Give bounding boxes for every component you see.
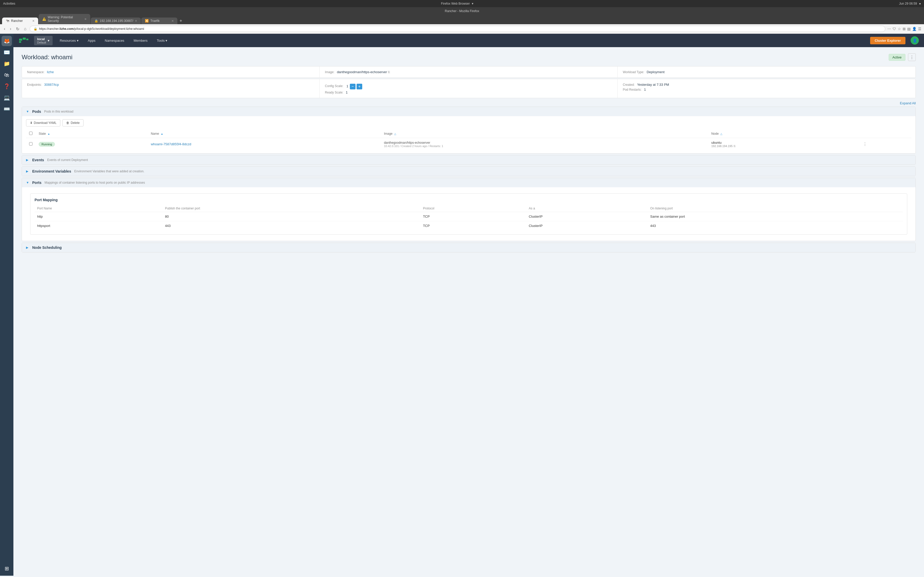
tab-favicon-rancher: 🐄 (6, 19, 10, 23)
events-section: ▶ Events Events of current Deployment (22, 155, 916, 165)
listening-port-header: On listening port (648, 205, 903, 212)
profile-icon[interactable]: 👤 (912, 27, 916, 31)
sidebar-icon-mail[interactable]: ✉️ (2, 47, 12, 58)
events-toggle-icon: ▶ (26, 158, 30, 162)
sidebar-icon-help[interactable]: ❓ (2, 81, 12, 92)
star-icon[interactable]: ☆ (898, 27, 901, 31)
nav-link-namespaces[interactable]: Namespaces (103, 38, 126, 44)
address-bar[interactable]: 🔒 https://rancher.lizhe.com/p/local:p-dg… (30, 26, 885, 32)
nav-link-members[interactable]: Members (131, 38, 150, 44)
tab-rancher[interactable]: 🐄 Rancher ✕ (2, 18, 38, 24)
node-scheduling-section: ▶ Node Scheduling (22, 243, 916, 253)
node-scheduling-title: Node Scheduling (32, 245, 61, 250)
more-actions-button[interactable]: ⋮ (908, 53, 916, 61)
pod-row-action-button[interactable]: ⋮ (863, 142, 867, 147)
ports-subtitle: Mappings of container listening ports to… (45, 181, 145, 184)
cluster-explorer-button[interactable]: Cluster Explorer (870, 37, 905, 44)
pod-checkbox[interactable] (29, 142, 32, 145)
pods-title: Pods (32, 110, 41, 114)
scale-down-button[interactable]: − (350, 84, 355, 89)
node-column-header[interactable]: Node △ (708, 130, 860, 138)
nav-link-resources[interactable]: Resources ▾ (58, 38, 81, 44)
grid-icon[interactable]: ⊞ (903, 27, 906, 31)
publish-port-http: 80 (162, 212, 420, 221)
tab-close-rancher[interactable]: ✕ (32, 19, 34, 23)
back-button[interactable]: ‹ (3, 26, 6, 32)
nav-link-apps[interactable]: Apps (86, 38, 98, 44)
pods-section: ▼ Pods Pods in this workload ⬇ Download … (22, 106, 916, 153)
tab-favicon-ip: 🔒 (94, 19, 98, 23)
ports-toggle-icon: ▼ (26, 181, 30, 184)
shield-icon[interactable]: 🛡 (893, 27, 896, 31)
nav-link-tools[interactable]: Tools ▾ (155, 38, 170, 44)
download-yaml-button[interactable]: ⬇ Download YAML (26, 119, 60, 126)
node-scheduling-toggle-icon: ▶ (26, 246, 30, 249)
delete-button[interactable]: 🗑 Delete (62, 119, 84, 126)
address-text: https://rancher.lizhe.com/p/local:p-dgk5… (39, 27, 144, 31)
copy-icon[interactable]: ⎘ (388, 70, 390, 74)
home-button[interactable]: ⌂ (23, 26, 28, 32)
name-column-header[interactable]: Name ▲ (148, 130, 381, 138)
main-content: local Default ▾ Resources ▾ Apps Namespa… (13, 34, 924, 576)
listening-port-httpsport: 443 (648, 221, 903, 230)
sidebar-icon-files[interactable]: 📁 (2, 58, 12, 69)
tab-ip[interactable]: 🔒 192.168.194.195:30887/ ✕ (91, 18, 141, 24)
tab-traefik[interactable]: 🔀 Traefik ✕ (141, 18, 178, 24)
os-center: Firefox Web Browser ▾ (441, 2, 473, 5)
more-actions-icon: ⋮ (910, 55, 914, 60)
copy-ip-icon[interactable]: ⎘ (734, 145, 735, 148)
browser-chrome: Rancher - Mozilla Firefox 🐄 Rancher ✕ ⚠️… (0, 7, 924, 24)
created-cell: Created: Yesterday at 7:33 PM Pod Restar… (618, 79, 916, 98)
tab-label-warning: Warning: Potential Security (48, 15, 83, 23)
pods-section-header[interactable]: ▼ Pods Pods in this workload (22, 107, 916, 116)
expand-all-link[interactable]: Expand All (22, 101, 916, 105)
port-mapping-card: Port Mapping Port Name Publish the conta… (30, 193, 907, 235)
sidebar-icon-vscode[interactable]: 💻 (2, 92, 12, 103)
namespace-label: Namespace: (27, 70, 44, 74)
activities-label[interactable]: Activities (3, 2, 15, 5)
menu-icon[interactable]: ☰ (918, 27, 921, 31)
sidebar-icon-firefox[interactable]: 🦊 (2, 36, 12, 46)
status-badge: Active (888, 54, 905, 61)
ports-section-header[interactable]: ▼ Ports Mappings of container listening … (22, 178, 916, 187)
svg-rect-3 (26, 39, 28, 40)
sidebar-icon-apps[interactable]: ⊞ (2, 563, 12, 574)
forward-button[interactable]: › (8, 26, 12, 32)
pod-name-link[interactable]: whoami-7587d855f4-8dczd (151, 142, 191, 146)
scale-up-button[interactable]: + (357, 84, 362, 89)
tab-close-warning[interactable]: ✕ (84, 18, 87, 21)
cluster-default: Default (37, 41, 46, 44)
cluster-dropdown-icon: ▾ (48, 39, 50, 42)
events-subtitle: Events of current Deployment (47, 158, 88, 162)
node-scheduling-header[interactable]: ▶ Node Scheduling (22, 243, 916, 252)
nav-bar: ‹ › ↻ ⌂ 🔒 https://rancher.lizhe.com/p/lo… (0, 24, 924, 34)
address-bold: lizhe.com (60, 27, 74, 31)
sidebar-toggle-icon[interactable]: ▤ (907, 27, 911, 31)
indicator: ● (919, 2, 921, 5)
endpoints-value[interactable]: 30887/tcp (44, 83, 59, 87)
app-layout: 🦊 ✉️ 📁 🛍 ❓ 💻 ⌨️ ⊞ local (0, 34, 924, 576)
new-tab-button[interactable]: + (178, 18, 184, 24)
ready-scale-label: Ready Scale: (325, 91, 343, 94)
events-section-header[interactable]: ▶ Events Events of current Deployment (22, 155, 916, 164)
cluster-selector[interactable]: local Default ▾ (34, 36, 53, 45)
pod-restarts-value: 1 (644, 88, 646, 92)
node-sort-icon: △ (720, 132, 722, 135)
ports-section: ▼ Ports Mappings of container listening … (22, 178, 916, 241)
page-title: Workload: whoami (22, 53, 73, 61)
sidebar-icon-terminal[interactable]: ⌨️ (2, 104, 12, 114)
user-avatar[interactable]: 👤 (911, 36, 919, 45)
reload-button[interactable]: ↻ (15, 26, 21, 32)
select-all-checkbox[interactable] (29, 132, 32, 135)
protocol-http: TCP (420, 212, 526, 221)
sidebar-icon-store[interactable]: 🛍 (2, 70, 12, 80)
namespace-value[interactable]: lizhe (47, 70, 54, 74)
tab-close-ip[interactable]: ✕ (135, 19, 137, 23)
tab-warning[interactable]: ⚠️ Warning: Potential Security ✕ (39, 14, 90, 24)
tab-close-traefik[interactable]: ✕ (171, 19, 174, 23)
port-name-header: Port Name (34, 205, 162, 212)
env-vars-section-header[interactable]: ▶ Environment Variables Environment Vari… (22, 167, 916, 176)
extensions-icon[interactable]: ⋯ (887, 27, 891, 31)
state-column-header[interactable]: State ▲ (36, 130, 148, 138)
image-column-header[interactable]: Image △ (381, 130, 708, 138)
